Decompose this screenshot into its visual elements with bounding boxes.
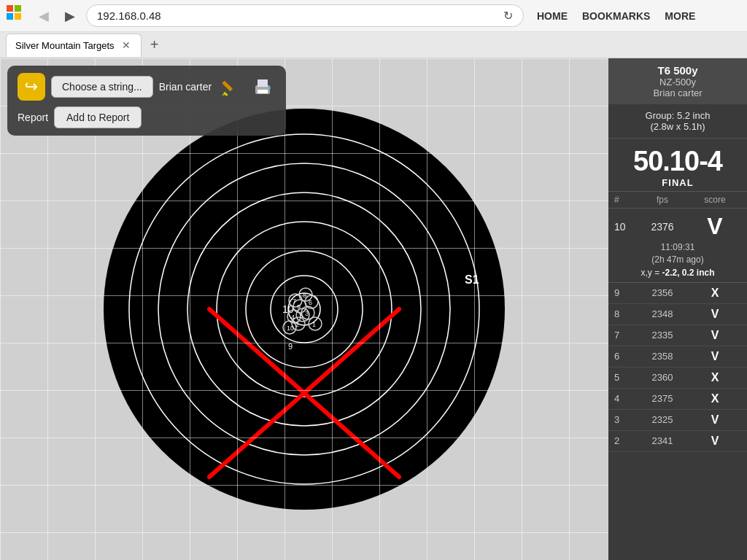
score-rows: 9 2356 X 8 2348 V 7 2335 V 6 2358 V 5 23…	[608, 283, 747, 560]
bookmarks-link[interactable]: BOOKMARKS	[582, 10, 650, 22]
svg-text:10: 10	[287, 324, 294, 332]
svg-text:9: 9	[297, 303, 301, 311]
svg-rect-9	[258, 79, 268, 87]
svg-text:2: 2	[295, 321, 299, 328]
svg-rect-3	[15, 13, 21, 20]
forward-button[interactable]: ▶	[60, 6, 80, 26]
featured-shot-xy: x,y = -2.2, 0.2 inch	[614, 268, 741, 278]
target-container: 10 9 7 8 9 6	[93, 98, 516, 521]
main-content: ↩ Choose a string... Brian carter	[0, 58, 747, 560]
svg-rect-8	[258, 90, 268, 93]
svg-point-17	[271, 276, 338, 343]
svg-text:S1: S1	[465, 273, 479, 286]
shot-fps: 2360	[636, 372, 689, 383]
home-link[interactable]: HOME	[537, 10, 568, 22]
tab-title: Silver Mountain Targets	[15, 40, 115, 51]
svg-point-14	[187, 192, 421, 426]
shot-score: V	[689, 308, 741, 321]
svg-text:9: 9	[288, 342, 293, 351]
shot-score: X	[689, 287, 741, 300]
svg-point-28	[287, 310, 301, 323]
shot-num: 4	[614, 393, 636, 404]
score-table-header: # fps score	[608, 192, 747, 209]
browser-titlebar: ◀ ▶ 192.168.0.48 ↻ HOME BOOKMARKS MORE	[0, 0, 747, 32]
svg-point-12	[129, 134, 479, 484]
svg-rect-2	[7, 13, 13, 20]
score-row[interactable]: 7 2335 V	[608, 325, 747, 346]
windows-logo-icon	[6, 4, 22, 20]
group-sub: (2.8w x 5.1h)	[611, 121, 744, 132]
shot-num: 3	[614, 414, 636, 425]
svg-text:10: 10	[282, 303, 294, 315]
tab-close-button[interactable]: ✕	[120, 40, 132, 50]
edit-icon-button[interactable]	[217, 74, 244, 100]
svg-text:3: 3	[305, 310, 309, 317]
score-row[interactable]: 4 2375 X	[608, 389, 747, 410]
print-icon-button[interactable]	[249, 74, 276, 100]
tab-bar: Silver Mountain Targets ✕ +	[0, 32, 747, 58]
new-tab-button[interactable]: +	[144, 35, 165, 55]
featured-shot-num: 10	[614, 221, 636, 233]
browser-nav-links: HOME BOOKMARKS MORE	[537, 10, 695, 22]
featured-shot-top: 10 2376 V	[614, 213, 741, 240]
back-button[interactable]: ◀	[34, 6, 54, 26]
shot-num: 6	[614, 351, 636, 362]
panel-title: T6 500y	[611, 64, 744, 77]
svg-text:7: 7	[293, 298, 296, 305]
svg-rect-1	[15, 5, 21, 12]
printer-icon	[251, 75, 274, 98]
reload-button[interactable]: ↻	[503, 9, 513, 23]
shot-fps: 2341	[636, 435, 689, 446]
featured-shot-row[interactable]: 10 2376 V 11:09:31 (2h 47m ago) x,y = -2…	[608, 209, 747, 283]
xy-value: -2.2, 0.2 inch	[662, 268, 715, 278]
choose-string-button[interactable]: Choose a string...	[51, 76, 153, 98]
score-row[interactable]: 2 2341 V	[608, 431, 747, 452]
back-icon-button[interactable]: ↩	[18, 73, 45, 101]
score-row[interactable]: 9 2356 X	[608, 283, 747, 304]
toolbar-overlay: ↩ Choose a string... Brian carter	[7, 66, 286, 136]
featured-shot-time: 11:09:31 (2h 47m ago)	[614, 241, 741, 266]
col-num-header: #	[614, 195, 636, 205]
shot-score: V	[689, 413, 741, 427]
shot-num: 8	[614, 308, 636, 319]
svg-text:6: 6	[309, 299, 312, 306]
svg-text:5: 5	[300, 312, 303, 319]
shot-num: 2	[614, 435, 636, 446]
svg-point-26	[305, 295, 318, 308]
final-label: FINAL	[611, 177, 744, 188]
back-arrow-icon: ↩	[25, 77, 38, 96]
panel-sub1: NZ-500y	[611, 77, 744, 88]
svg-point-13	[158, 163, 450, 455]
shot-score: V	[689, 329, 741, 342]
active-tab[interactable]: Silver Mountain Targets ✕	[6, 34, 142, 57]
main-score-area: 50.10-4 FINAL	[608, 139, 747, 192]
score-row[interactable]: 8 2348 V	[608, 304, 747, 325]
target-panel: ↩ Choose a string... Brian carter	[0, 58, 608, 560]
featured-shot-score: V	[689, 213, 741, 240]
svg-point-30	[292, 317, 305, 330]
right-panel: T6 500y NZ-500y Brian carter Group: 5.2 …	[608, 58, 747, 560]
svg-rect-0	[7, 5, 13, 12]
shot-num: 5	[614, 372, 636, 383]
shot-fps: 2325	[636, 414, 689, 425]
shot-score: V	[689, 350, 741, 363]
address-text: 192.168.0.48	[97, 9, 161, 22]
col-fps-header: fps	[636, 195, 689, 205]
score-row[interactable]: 3 2325 V	[608, 410, 747, 431]
address-bar[interactable]: 192.168.0.48 ↻	[86, 4, 524, 27]
svg-rect-5	[222, 81, 233, 92]
svg-point-25	[293, 300, 306, 313]
shooter-name-label: Brian carter	[159, 81, 212, 93]
score-row[interactable]: 5 2360 X	[608, 368, 747, 389]
svg-text:1: 1	[312, 321, 316, 328]
svg-point-32	[283, 321, 296, 334]
add-to-report-button[interactable]: Add to Report	[54, 106, 142, 128]
pencil-icon	[220, 77, 241, 97]
shot-num: 7	[614, 330, 636, 341]
shot-num: 9	[614, 287, 636, 298]
big-score: 50.10-4	[611, 146, 744, 177]
shot-score: X	[689, 392, 741, 405]
shot-score: V	[689, 435, 741, 448]
score-row[interactable]: 6 2358 V	[608, 346, 747, 368]
more-link[interactable]: MORE	[665, 10, 695, 22]
